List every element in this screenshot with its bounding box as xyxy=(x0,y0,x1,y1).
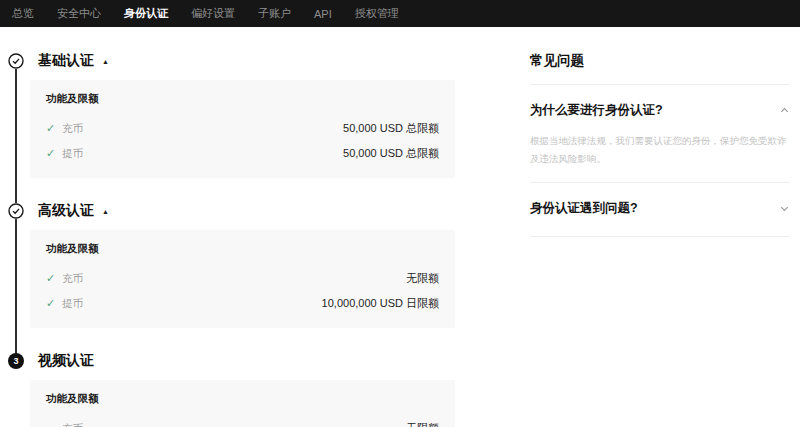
nav-item-overview[interactable]: 总览 xyxy=(12,6,34,21)
video-verification-header[interactable]: 3 视频认证 xyxy=(8,352,455,370)
chevron-down-icon xyxy=(779,203,790,214)
limit-row-deposit: ✓ 充币 无限额 xyxy=(46,266,439,291)
divider xyxy=(530,236,790,237)
check-icon: ✓ xyxy=(46,147,62,160)
limits-card-title: 功能及限额 xyxy=(46,392,439,408)
limit-label: 充币 xyxy=(62,422,83,427)
main-content: 基础认证 ▲ 功能及限额 ✓ 充币 50,000 USD 总限额 ✓ 提币 50… xyxy=(0,27,800,427)
limit-value: 10,000,000 USD 日限额 xyxy=(322,296,439,311)
nav-item-preferences[interactable]: 偏好设置 xyxy=(191,6,235,21)
limits-card-title: 功能及限额 xyxy=(46,242,439,258)
nav-item-security[interactable]: 安全中心 xyxy=(57,6,101,21)
limit-value: 无限额 xyxy=(406,271,439,286)
limit-row-withdraw: ✓ 提币 10,000,000 USD 日限额 xyxy=(46,291,439,316)
limit-label: 充币 xyxy=(62,272,83,286)
limit-value: 50,000 USD 总限额 xyxy=(343,146,439,161)
verification-timeline: 基础认证 ▲ 功能及限额 ✓ 充币 50,000 USD 总限额 ✓ 提币 50… xyxy=(8,52,455,427)
limit-value: 无限额 xyxy=(406,421,439,427)
section-basic-verification: 基础认证 ▲ 功能及限额 ✓ 充币 50,000 USD 总限额 ✓ 提币 50… xyxy=(8,52,455,178)
limit-row-deposit: ✓ 充币 50,000 USD 总限额 xyxy=(46,116,439,141)
top-nav: 总览 安全中心 身份认证 偏好设置 子账户 API 授权管理 xyxy=(0,0,800,27)
check-circle-icon xyxy=(8,203,24,219)
faq-item-why-verify[interactable]: 为什么要进行身份认证? 根据当地法律法规，我们需要认证您的身份，保护您免受欺诈及… xyxy=(530,85,790,168)
section-advanced-verification: 高级认证 ▲ 功能及限额 ✓ 充币 无限额 ✓ 提币 10,000,000 US… xyxy=(8,202,455,328)
limit-label: 提币 xyxy=(62,297,83,311)
faq-question: 身份认证遇到问题? xyxy=(530,200,638,217)
faq-panel: 常见问题 为什么要进行身份认证? 根据当地法律法规，我们需要认证您的身份，保护您… xyxy=(530,52,790,427)
section-video-verification: 3 视频认证 功能及限额 ✓ 充币 无限额 xyxy=(8,352,455,427)
nav-item-subaccounts[interactable]: 子账户 xyxy=(258,6,291,21)
limit-row-deposit: ✓ 充币 无限额 xyxy=(46,416,439,427)
faq-heading: 常见问题 xyxy=(530,52,790,70)
step-number-badge: 3 xyxy=(8,353,24,369)
check-circle-icon xyxy=(8,53,24,69)
limit-label: 提币 xyxy=(62,147,83,161)
limits-card-title: 功能及限额 xyxy=(46,92,439,108)
limits-card: 功能及限额 ✓ 充币 无限额 xyxy=(30,380,455,427)
check-icon: ✓ xyxy=(46,272,62,285)
faq-item-verification-issues[interactable]: 身份认证遇到问题? xyxy=(530,183,790,230)
limit-row-withdraw: ✓ 提币 50,000 USD 总限额 xyxy=(46,141,439,166)
caret-up-icon: ▲ xyxy=(102,208,109,215)
limits-card: 功能及限额 ✓ 充币 50,000 USD 总限额 ✓ 提币 50,000 US… xyxy=(30,80,455,178)
limits-card: 功能及限额 ✓ 充币 无限额 ✓ 提币 10,000,000 USD 日限额 xyxy=(30,230,455,328)
identity-verification-page: 总览 安全中心 身份认证 偏好设置 子账户 API 授权管理 基础认证 xyxy=(0,0,800,427)
section-title: 高级认证 xyxy=(38,202,94,220)
caret-up-icon: ▲ xyxy=(102,58,109,65)
check-icon: ✓ xyxy=(46,297,62,310)
faq-answer: 根据当地法律法规，我们需要认证您的身份，保护您免受欺诈及违法风险影响。 xyxy=(530,132,792,168)
limit-label: 充币 xyxy=(62,122,83,136)
nav-item-api[interactable]: API xyxy=(314,8,332,20)
basic-verification-header[interactable]: 基础认证 ▲ xyxy=(8,52,455,70)
check-icon: ✓ xyxy=(46,122,62,135)
faq-question: 为什么要进行身份认证? xyxy=(530,102,663,119)
section-title: 基础认证 xyxy=(38,52,94,70)
section-title: 视频认证 xyxy=(38,352,94,370)
nav-item-identity-verification[interactable]: 身份认证 xyxy=(124,6,168,21)
limit-value: 50,000 USD 总限额 xyxy=(343,121,439,136)
advanced-verification-header[interactable]: 高级认证 ▲ xyxy=(8,202,455,220)
nav-item-authorization[interactable]: 授权管理 xyxy=(355,6,399,21)
chevron-up-icon xyxy=(779,105,790,116)
